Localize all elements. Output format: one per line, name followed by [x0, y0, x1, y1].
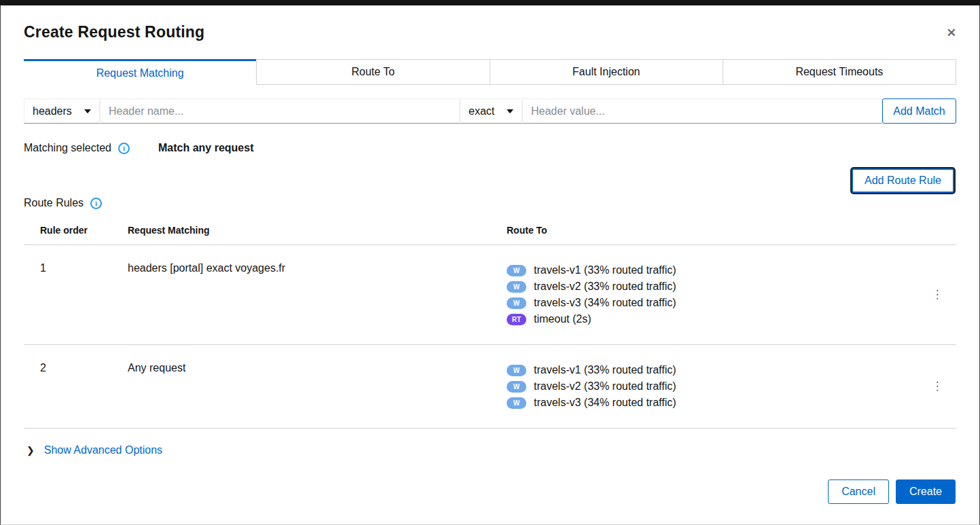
route-entry: W travels-v3 (34% routed traffic): [507, 295, 918, 311]
kebab-menu-icon[interactable]: ⋮: [928, 262, 947, 327]
route-entry-text: travels-v3 (34% routed traffic): [534, 397, 676, 409]
table-header-row: Rule order Request Matching Route To: [24, 218, 956, 245]
add-route-rule-button[interactable]: Add Route Rule: [852, 168, 954, 193]
tab-fault-injection[interactable]: Fault Injection: [490, 59, 723, 85]
route-entry-text: timeout (2s): [534, 313, 591, 325]
match-category-select[interactable]: headers: [24, 98, 100, 124]
route-entry-text: travels-v1 (33% routed traffic): [534, 264, 676, 276]
route-entry-text: travels-v1 (33% routed traffic): [534, 364, 676, 376]
route-entry: W travels-v2 (33% routed traffic): [507, 378, 918, 395]
rule-request-matching: Any request: [128, 362, 507, 411]
match-operator-select[interactable]: exact: [460, 98, 522, 124]
matching-selected-label: Matching selected: [24, 142, 111, 154]
rule-route-to: W travels-v1 (33% routed traffic) W trav…: [507, 262, 918, 327]
weight-badge: W: [507, 381, 526, 393]
info-icon[interactable]: [118, 143, 130, 154]
route-entry: W travels-v3 (34% routed traffic): [507, 395, 918, 411]
match-operator-value: exact: [469, 105, 494, 117]
route-entry: RT timeout (2s): [507, 311, 918, 327]
route-entry: W travels-v1 (33% routed traffic): [507, 362, 918, 378]
chevron-right-icon: ❯: [26, 445, 35, 456]
rule-route-to: W travels-v1 (33% routed traffic) W trav…: [507, 362, 918, 411]
table-row: 2 Any request W travels-v1 (33% routed t…: [24, 345, 956, 429]
info-icon[interactable]: [90, 198, 102, 209]
route-entry-text: travels-v2 (33% routed traffic): [534, 280, 676, 293]
header-name-input[interactable]: [100, 98, 460, 124]
dialog-footer: Cancel Create: [24, 479, 956, 504]
tab-route-to[interactable]: Route To: [256, 59, 489, 85]
match-category-value: headers: [33, 105, 72, 117]
route-entry: W travels-v2 (33% routed traffic): [507, 278, 918, 295]
weight-badge: W: [507, 265, 526, 276]
create-request-routing-dialog: Create Request Routing ✕ Request Matchin…: [0, 5, 980, 525]
tab-bar: Request Matching Route To Fault Injectio…: [24, 59, 956, 85]
page-title: Create Request Routing: [24, 23, 956, 41]
weight-badge: W: [507, 281, 526, 293]
kebab-menu-icon[interactable]: ⋮: [928, 362, 947, 411]
column-route-to: Route To: [507, 225, 918, 236]
column-request-matching: Request Matching: [128, 225, 507, 236]
match-builder: headers exact Add Match: [24, 98, 956, 124]
create-button[interactable]: Create: [896, 479, 956, 504]
weight-badge: W: [507, 297, 526, 309]
add-match-button[interactable]: Add Match: [882, 98, 956, 124]
add-route-rule-row: Add Route Rule: [24, 168, 956, 193]
rule-order: 1: [40, 262, 128, 327]
route-entry-text: travels-v3 (34% routed traffic): [534, 297, 676, 309]
column-rule-order: Rule order: [40, 225, 128, 236]
chevron-down-icon: [84, 109, 91, 113]
rule-order: 2: [40, 362, 128, 411]
table-row: 1 headers [portal] exact voyages.fr W tr…: [24, 245, 956, 345]
cancel-button[interactable]: Cancel: [828, 479, 889, 504]
matching-selected-row: Matching selected Match any request: [24, 142, 956, 154]
header-value-input[interactable]: [522, 98, 882, 124]
advanced-options-toggle[interactable]: ❯ Show Advanced Options: [24, 444, 956, 456]
column-actions: [918, 225, 956, 236]
weight-badge: W: [507, 365, 526, 376]
rule-request-matching: headers [portal] exact voyages.fr: [128, 262, 507, 327]
weight-badge: W: [507, 397, 526, 409]
route-rules-table: Rule order Request Matching Route To 1 h…: [24, 218, 956, 429]
chevron-down-icon: [507, 109, 513, 113]
show-advanced-options-link[interactable]: Show Advanced Options: [44, 444, 162, 456]
close-icon[interactable]: ✕: [947, 27, 956, 39]
route-entry: W travels-v1 (33% routed traffic): [507, 262, 918, 278]
request-timeout-badge: RT: [507, 314, 526, 325]
route-entry-text: travels-v2 (33% routed traffic): [534, 380, 676, 393]
tab-request-matching[interactable]: Request Matching: [24, 59, 256, 85]
route-rules-header: Route Rules: [24, 197, 956, 209]
matching-selected-value: Match any request: [158, 142, 253, 154]
tab-request-timeouts[interactable]: Request Timeouts: [723, 59, 956, 85]
route-rules-title: Route Rules: [24, 197, 84, 209]
